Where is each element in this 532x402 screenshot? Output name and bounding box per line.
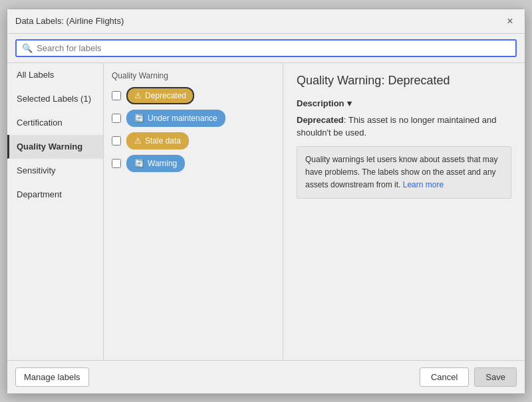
stale-data-label: Stale data <box>145 136 181 146</box>
sidebar-item-all-labels[interactable]: All Labels <box>7 63 103 87</box>
description-text: Deprecated: This asset is no longer main… <box>297 114 511 140</box>
search-input[interactable] <box>37 43 510 53</box>
dialog-titlebar: Data Labels: (Airline Flights) × <box>7 9 525 34</box>
deprecated-icon: ⚠ <box>134 91 142 100</box>
search-icon: 🔍 <box>22 43 33 53</box>
learn-more-link[interactable]: Learn more <box>403 180 444 189</box>
info-box: Quality warnings let users know about as… <box>297 146 511 199</box>
sidebar-item-selected-labels[interactable]: Selected Labels (1) <box>7 87 103 111</box>
under-maintenance-label: Under maintenance <box>148 114 217 123</box>
data-labels-dialog: Data Labels: (Airline Flights) × 🔍 All L… <box>7 9 525 394</box>
sidebar-item-department[interactable]: Department <box>7 183 103 207</box>
under-maintenance-icon: 🔄 <box>134 114 144 123</box>
label-item-under-maintenance: 🔄 Under maintenance <box>112 110 275 127</box>
warning-icon: 🔄 <box>134 159 144 168</box>
detail-title: Quality Warning: Deprecated <box>297 74 511 88</box>
sidebar-item-sensitivity[interactable]: Sensitivity <box>7 159 103 183</box>
sidebar-item-certification[interactable]: Certification <box>7 111 103 135</box>
label-item-warning: 🔄 Warning <box>112 155 275 172</box>
sidebar: All Labels Selected Labels (1) Certifica… <box>7 63 104 360</box>
description-header-label: Description <box>297 98 344 108</box>
deprecated-label: Deprecated <box>145 91 186 100</box>
label-checkbox-deprecated[interactable] <box>112 91 121 100</box>
description-bold: Deprecated <box>297 115 344 125</box>
close-button[interactable]: × <box>503 15 517 28</box>
label-checkbox-under-maintenance[interactable] <box>112 114 121 123</box>
dialog-body: All Labels Selected Labels (1) Certifica… <box>7 63 525 360</box>
dialog-title: Data Labels: (Airline Flights) <box>15 16 124 26</box>
save-button[interactable]: Save <box>474 367 517 387</box>
label-checkbox-stale-data[interactable] <box>112 136 121 146</box>
chevron-down-icon: ▾ <box>347 98 352 108</box>
search-bar: 🔍 <box>7 34 525 63</box>
labels-panel-title: Quality Warning <box>112 71 275 80</box>
sidebar-item-quality-warning[interactable]: Quality Warning <box>7 135 103 159</box>
stale-data-icon: ⚠ <box>134 136 142 146</box>
label-item-deprecated: ⚠ Deprecated <box>112 87 275 104</box>
label-badge-deprecated[interactable]: ⚠ Deprecated <box>126 87 194 104</box>
footer-actions: Cancel Save <box>420 367 517 387</box>
labels-panel: Quality Warning ⚠ Deprecated 🔄 Under mai… <box>104 63 283 360</box>
description-header[interactable]: Description ▾ <box>297 98 511 108</box>
dialog-footer: Manage labels Cancel Save <box>7 360 525 393</box>
label-badge-under-maintenance[interactable]: 🔄 Under maintenance <box>126 110 225 127</box>
info-text: Quality warnings let users know about as… <box>305 155 497 189</box>
label-item-stale-data: ⚠ Stale data <box>112 132 275 150</box>
label-badge-warning[interactable]: 🔄 Warning <box>126 155 185 172</box>
detail-panel: Quality Warning: Deprecated Description … <box>283 63 525 360</box>
label-checkbox-warning[interactable] <box>112 159 121 168</box>
warning-label: Warning <box>148 159 177 168</box>
cancel-button[interactable]: Cancel <box>420 367 469 387</box>
manage-labels-button[interactable]: Manage labels <box>15 367 89 387</box>
label-badge-stale-data[interactable]: ⚠ Stale data <box>126 132 189 150</box>
search-input-wrapper: 🔍 <box>15 39 517 57</box>
